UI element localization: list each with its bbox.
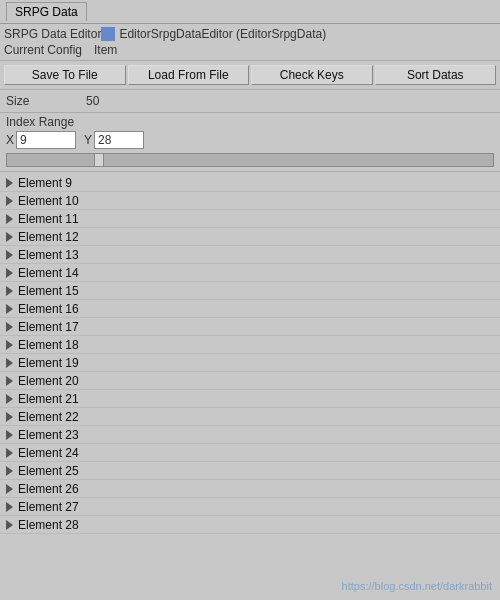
list-item[interactable]: Element 24: [0, 444, 500, 462]
element-label: Element 18: [18, 338, 79, 352]
element-label: Element 20: [18, 374, 79, 388]
editor-icon: [101, 27, 115, 41]
y-input[interactable]: [94, 131, 144, 149]
list-item[interactable]: Element 28: [0, 516, 500, 534]
range-title: Index Range: [6, 115, 494, 129]
element-label: Element 22: [18, 410, 79, 424]
expand-icon: [6, 484, 13, 494]
sort-datas-button[interactable]: Sort Datas: [375, 65, 497, 85]
expand-icon: [6, 232, 13, 242]
config-value: Item: [94, 43, 117, 57]
element-label: Element 26: [18, 482, 79, 496]
list-item[interactable]: Element 19: [0, 354, 500, 372]
title-tab[interactable]: SRPG Data: [6, 2, 87, 21]
header-section: SRPG Data Editor EditorSrpgDataEditor (E…: [0, 24, 500, 61]
expand-icon: [6, 196, 13, 206]
expand-icon: [6, 304, 13, 314]
expand-icon: [6, 466, 13, 476]
element-label: Element 28: [18, 518, 79, 532]
element-label: Element 19: [18, 356, 79, 370]
config-row: Current Config Item: [4, 42, 496, 58]
list-item[interactable]: Element 13: [0, 246, 500, 264]
size-label: Size: [6, 94, 86, 108]
editor-ref: EditorSrpgDataEditor (EditorSrpgData): [119, 27, 326, 41]
list-item[interactable]: Element 9: [0, 174, 500, 192]
expand-icon: [6, 520, 13, 530]
list-item[interactable]: Element 20: [0, 372, 500, 390]
list-item[interactable]: Element 12: [0, 228, 500, 246]
element-label: Element 25: [18, 464, 79, 478]
element-label: Element 9: [18, 176, 72, 190]
list-item[interactable]: Element 10: [0, 192, 500, 210]
x-input[interactable]: [16, 131, 76, 149]
list-item[interactable]: Element 21: [0, 390, 500, 408]
size-row: Size 50: [6, 93, 494, 109]
element-label: Element 13: [18, 248, 79, 262]
expand-icon: [6, 286, 13, 296]
expand-icon: [6, 412, 13, 422]
list-item[interactable]: Element 23: [0, 426, 500, 444]
range-slider[interactable]: [6, 153, 494, 167]
load-from-file-button[interactable]: Load From File: [128, 65, 250, 85]
expand-icon: [6, 322, 13, 332]
element-label: Element 12: [18, 230, 79, 244]
element-label: Element 27: [18, 500, 79, 514]
expand-icon: [6, 250, 13, 260]
expand-icon: [6, 448, 13, 458]
element-label: Element 17: [18, 320, 79, 334]
list-item[interactable]: Element 17: [0, 318, 500, 336]
x-input-group: X: [6, 131, 76, 149]
list-item[interactable]: Element 27: [0, 498, 500, 516]
element-label: Element 23: [18, 428, 79, 442]
range-inputs: X Y: [6, 131, 494, 149]
list-item[interactable]: Element 11: [0, 210, 500, 228]
title-bar: SRPG Data: [0, 0, 500, 24]
element-label: Element 15: [18, 284, 79, 298]
list-item[interactable]: Element 16: [0, 300, 500, 318]
check-keys-button[interactable]: Check Keys: [251, 65, 373, 85]
editor-row: SRPG Data Editor EditorSrpgDataEditor (E…: [4, 26, 496, 42]
element-label: Element 14: [18, 266, 79, 280]
size-value: 50: [86, 94, 99, 108]
element-list[interactable]: Element 9Element 10Element 11Element 12E…: [0, 172, 500, 600]
toolbar: Save To File Load From File Check Keys S…: [0, 61, 500, 90]
y-input-group: Y: [84, 131, 144, 149]
save-to-file-button[interactable]: Save To File: [4, 65, 126, 85]
y-label: Y: [84, 133, 92, 147]
slider-container: [6, 153, 494, 167]
element-label: Element 11: [18, 212, 79, 226]
main-window: SRPG Data SRPG Data Editor EditorSrpgDat…: [0, 0, 500, 600]
expand-icon: [6, 358, 13, 368]
element-label: Element 10: [18, 194, 79, 208]
list-item[interactable]: Element 18: [0, 336, 500, 354]
config-label: Current Config: [4, 43, 94, 57]
expand-icon: [6, 394, 13, 404]
element-label: Element 21: [18, 392, 79, 406]
list-item[interactable]: Element 25: [0, 462, 500, 480]
info-section: Size 50: [0, 90, 500, 113]
list-item[interactable]: Element 22: [0, 408, 500, 426]
expand-icon: [6, 340, 13, 350]
expand-icon: [6, 268, 13, 278]
element-label: Element 16: [18, 302, 79, 316]
expand-icon: [6, 178, 13, 188]
expand-icon: [6, 430, 13, 440]
title-tab-label: SRPG Data: [15, 5, 78, 19]
x-label: X: [6, 133, 14, 147]
expand-icon: [6, 376, 13, 386]
list-item[interactable]: Element 14: [0, 264, 500, 282]
editor-label: SRPG Data Editor: [4, 27, 101, 41]
list-item[interactable]: Element 26: [0, 480, 500, 498]
expand-icon: [6, 214, 13, 224]
element-label: Element 24: [18, 446, 79, 460]
range-section: Index Range X Y: [0, 113, 500, 172]
watermark: https://blog.csdn.net/darkrabbit: [342, 580, 492, 592]
expand-icon: [6, 502, 13, 512]
list-item[interactable]: Element 15: [0, 282, 500, 300]
